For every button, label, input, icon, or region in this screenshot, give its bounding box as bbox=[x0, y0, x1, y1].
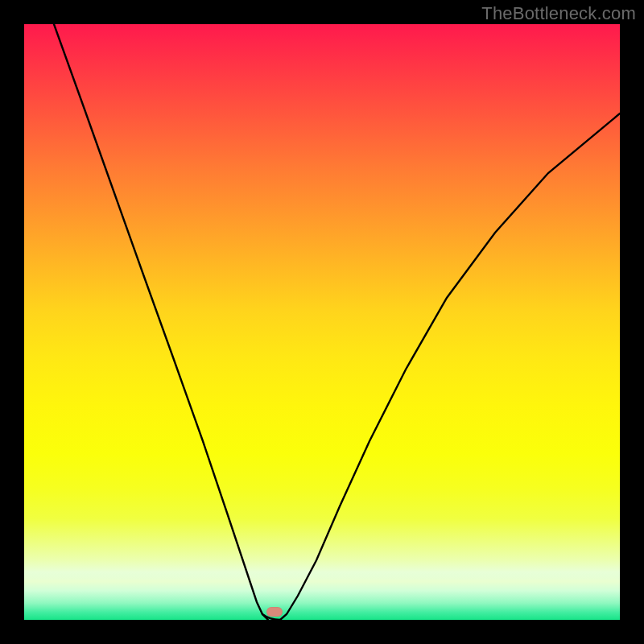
curve-right-branch bbox=[280, 114, 620, 620]
curve-left-branch bbox=[54, 24, 268, 620]
chart-frame: TheBottleneck.com bbox=[0, 0, 644, 644]
plot-area bbox=[24, 24, 620, 620]
optimum-marker bbox=[266, 607, 283, 617]
bottleneck-curve bbox=[24, 24, 620, 620]
watermark-text: TheBottleneck.com bbox=[481, 3, 636, 24]
